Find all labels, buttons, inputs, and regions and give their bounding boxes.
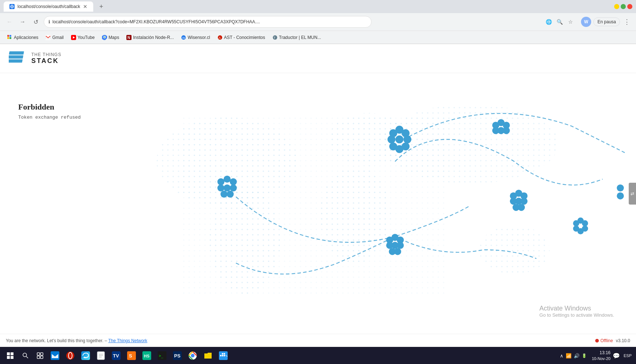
taskbar-opera-app[interactable] (63, 349, 77, 363)
task-view-icon (37, 352, 43, 359)
maximize-button[interactable] (621, 4, 626, 9)
taskbar: TV S HS >_ PS (0, 347, 636, 364)
taskbar-chrome-app[interactable] (186, 349, 200, 363)
taskbar-clock[interactable]: 13:16 10-Nov-20 (592, 350, 611, 361)
maps-icon (102, 35, 107, 40)
svg-rect-113 (224, 355, 225, 356)
bookmark-wisensor[interactable]: W Wisensor.cl (178, 33, 213, 41)
svg-text:S: S (129, 353, 132, 359)
left-content: Forbidden Token exchange refused (0, 73, 127, 347)
svg-point-29 (479, 225, 550, 274)
search-icon (23, 353, 28, 359)
logo-icon (9, 51, 27, 66)
address-bar[interactable]: ℹ localhost/console/oauth/callback?code=… (44, 16, 372, 28)
grid-icon (7, 35, 12, 40)
network-visualization (127, 73, 636, 347)
profile-button[interactable]: W (581, 17, 591, 27)
svg-point-76 (617, 185, 624, 191)
logo-product-text: STACK (31, 57, 61, 65)
taskbar-hs-app[interactable]: HS (140, 349, 154, 363)
offline-indicator (595, 339, 599, 343)
browser-tab[interactable]: localhost/console/oauth/callback ✕ (4, 1, 93, 12)
svg-point-59 (521, 198, 527, 205)
taskbar-teamviewer-app[interactable]: TV (109, 349, 123, 363)
bookmarks-bar: Aplicaciones Gmail YouTube Maps (0, 31, 636, 44)
svg-point-47 (402, 142, 410, 150)
taskbar-sublime-app[interactable]: S (125, 349, 138, 363)
close-button[interactable] (627, 4, 632, 9)
svg-point-34 (217, 185, 224, 191)
svg-rect-78 (7, 352, 10, 355)
chrome-app-icon (188, 351, 197, 360)
bookmark-aplicaciones[interactable]: Aplicaciones (4, 33, 41, 41)
scroll-handle[interactable]: ⇄ (629, 183, 636, 205)
bookmark-traductor[interactable]: T Traductor | EL MUN... (270, 33, 324, 41)
taskbar-docker-app[interactable] (216, 349, 230, 363)
bookmark-button[interactable]: ☆ (566, 17, 575, 27)
wifi-icon[interactable]: 📶 (566, 353, 572, 359)
teamviewer-app-icon: TV (112, 351, 121, 360)
svg-rect-112 (222, 355, 223, 356)
svg-rect-114 (222, 353, 223, 355)
chevron-up-icon[interactable]: ∧ (560, 353, 564, 359)
svg-text:W: W (182, 36, 185, 40)
address-bar-row: ← → ↺ ℹ localhost/console/oauth/callback… (0, 13, 636, 31)
back-button[interactable]: ← (4, 17, 15, 27)
taskbar-powershell-app[interactable]: PS (170, 349, 184, 363)
volume-icon[interactable]: 🔊 (574, 353, 580, 359)
notification-icon[interactable]: 💬 (613, 352, 620, 359)
svg-rect-85 (40, 353, 43, 355)
svg-point-38 (227, 191, 233, 198)
svg-point-67 (397, 242, 404, 249)
bookmark-gmail-label: Gmail (52, 35, 63, 40)
edge-app-icon (81, 351, 90, 360)
hs-app-icon: HS (142, 351, 151, 360)
search-button[interactable]: 🔍 (555, 17, 564, 27)
bookmark-instalacion[interactable]: N Instalación Node-R... (123, 33, 177, 41)
logo-brand-text: THE THINGS (31, 52, 61, 57)
address-actions: 🌐 🔍 ☆ (544, 17, 575, 27)
svg-point-108 (191, 354, 194, 357)
bookmark-ast[interactable]: A AST - Conocimientos (215, 33, 268, 41)
node-red-icon: N (126, 35, 131, 40)
taskbar-edge-app[interactable] (79, 349, 93, 363)
svg-rect-79 (11, 352, 13, 355)
new-tab-button[interactable]: + (96, 1, 106, 12)
windows-icon (7, 352, 14, 359)
start-button[interactable] (3, 348, 17, 363)
taskbar-explorer-app[interactable] (201, 349, 215, 363)
svg-point-33 (230, 178, 237, 185)
taskbar-terminal-app[interactable]: >_ (155, 349, 169, 363)
minimize-button[interactable] (614, 4, 619, 9)
logo-text: THE THINGS STACK (31, 52, 61, 65)
bookmark-gmail[interactable]: Gmail (43, 33, 66, 41)
bookmark-maps[interactable]: Maps (99, 33, 122, 41)
taskbar-search-button[interactable] (19, 349, 32, 362)
svg-point-75 (582, 225, 588, 232)
svg-rect-81 (11, 356, 13, 359)
reload-button[interactable]: ↺ (31, 17, 41, 27)
browser-chrome: localhost/console/oauth/callback ✕ + ← →… (0, 0, 636, 44)
footer-right: Offline v3.10.0 (595, 338, 630, 343)
footer-ttn-link[interactable]: The Things Network (108, 338, 147, 343)
translate-icon[interactable]: 🌐 (544, 17, 553, 27)
footer-text: You are the network. Let's build this th… (6, 338, 107, 343)
docker-app-icon (219, 351, 228, 360)
svg-point-61 (518, 204, 525, 211)
svg-point-36 (230, 185, 237, 191)
taskbar-notepad-app[interactable] (94, 349, 108, 363)
svg-point-42 (388, 135, 396, 143)
battery-icon[interactable]: 🔋 (582, 353, 587, 358)
network-map: Activate Windows Go to Settings to activ… (127, 73, 636, 347)
logo-container: THE THINGS STACK (9, 51, 61, 66)
svg-text:N: N (127, 36, 130, 40)
forward-button[interactable]: → (17, 17, 28, 27)
svg-rect-20 (9, 51, 24, 55)
browser-menu-button[interactable]: ⋮ (622, 17, 632, 27)
sync-status-button[interactable]: En pausa (593, 17, 620, 26)
tab-close-button[interactable]: ✕ (83, 4, 87, 9)
task-view-button[interactable] (34, 349, 47, 362)
bookmark-youtube[interactable]: YouTube (68, 33, 98, 41)
taskbar-mail-app[interactable] (48, 349, 62, 363)
svg-rect-87 (40, 356, 43, 359)
